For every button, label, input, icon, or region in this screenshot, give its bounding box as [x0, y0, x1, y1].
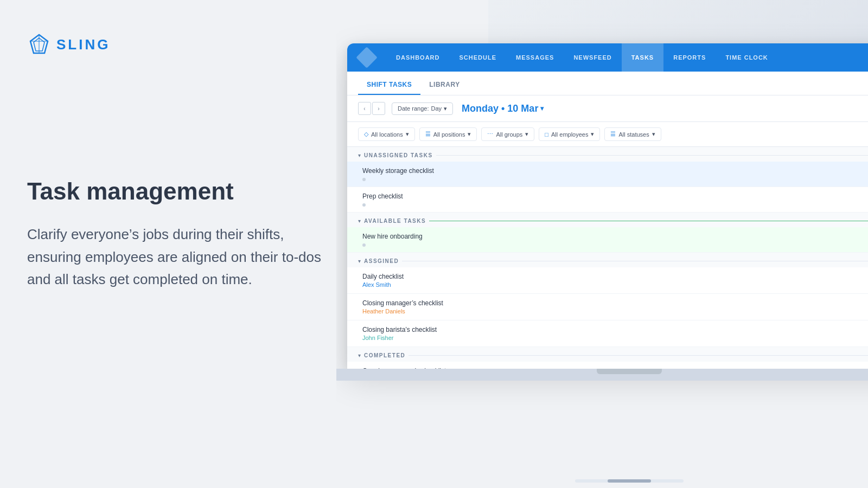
filter-locations-chevron: ▾	[406, 131, 409, 138]
filter-positions-label: All positions	[433, 131, 465, 138]
task-name: Prep checklist	[362, 192, 868, 200]
left-content: Task management Clarify everyone’s jobs …	[27, 56, 342, 455]
filter-bar: ◇ All locations ▾ ☰ All positions ▾ ⋯ Al…	[347, 122, 868, 147]
task-dot	[362, 178, 366, 181]
chevron-down-icon: ▾	[444, 105, 447, 112]
section-available-header: ▾ AVAILABLE TASKS	[347, 213, 868, 227]
filter-locations-label: All locations	[371, 131, 403, 138]
filter-statuses[interactable]: ☰ All statuses ▾	[604, 127, 661, 141]
section-unassigned-header: ▾ UNASSIGNED TASKS	[347, 147, 868, 162]
table-row[interactable]: Closing manager’s checklist Heather Dani…	[347, 294, 868, 320]
task-name: Daily checklist	[362, 273, 868, 280]
statuses-icon: ☰	[610, 131, 616, 138]
task-name: New hire onboarding	[362, 233, 868, 240]
section-completed-header: ▾ COMPLETED	[347, 347, 868, 362]
task-dot	[362, 203, 366, 207]
date-range-value: Day	[431, 105, 442, 112]
filter-positions[interactable]: ☰ All positions ▾	[419, 127, 477, 141]
nav-timeclock[interactable]: TIME CLOCK	[716, 43, 777, 72]
section-available-line	[429, 221, 868, 221]
table-row[interactable]: Opening manager’s checklist Calvin Brown	[347, 362, 868, 369]
table-row[interactable]: New hire onboarding	[347, 227, 868, 253]
nav-logo	[356, 47, 378, 68]
nav-messages[interactable]: MESSAGES	[506, 43, 564, 72]
next-date-button[interactable]: ›	[372, 102, 385, 115]
laptop-wrapper: DASHBOARD SCHEDULE MESSAGES NEWSFEED TAS…	[347, 43, 868, 488]
filter-positions-chevron: ▾	[468, 131, 471, 138]
section-completed-line	[409, 355, 868, 356]
sling-logo-icon	[27, 33, 51, 56]
tab-shift-tasks[interactable]: SHIFT TASKS	[358, 81, 420, 95]
task-dot	[362, 243, 366, 247]
tab-library[interactable]: LIBRARY	[420, 81, 468, 95]
filter-employees-chevron: ▾	[591, 131, 594, 138]
task-name: Weekly storage checklist	[362, 167, 868, 175]
app-tabs: SHIFT TASKS LIBRARY	[347, 72, 868, 95]
nav-arrows: ‹ ›	[358, 102, 385, 115]
employees-icon: □	[545, 131, 548, 138]
laptop-screen: DASHBOARD SCHEDULE MESSAGES NEWSFEED TAS…	[347, 43, 868, 369]
task-assignee: Alex Smith	[362, 281, 868, 288]
task-assignee: John Fisher	[362, 335, 868, 341]
right-panel: DASHBOARD SCHEDULE MESSAGES NEWSFEED TAS…	[336, 0, 868, 488]
nav-logo-diamond	[356, 47, 378, 68]
section-assigned-line	[402, 261, 868, 261]
task-assignee: Heather Daniels	[362, 308, 868, 314]
current-date: Monday • 10 Mar ▾	[462, 103, 544, 114]
nav-items: DASHBOARD SCHEDULE MESSAGES NEWSFEED TAS…	[386, 43, 868, 72]
filter-groups-label: All groups	[496, 131, 522, 138]
filter-groups-chevron: ▾	[525, 131, 528, 138]
scrollbar-thumb[interactable]	[608, 479, 651, 483]
section-unassigned-chevron: ▾	[358, 152, 361, 158]
task-name: Closing barista’s checklist	[362, 326, 868, 333]
logo-area: SLING	[27, 33, 342, 56]
section-completed-title: COMPLETED	[364, 352, 405, 358]
filter-groups[interactable]: ⋯ All groups ▾	[481, 127, 534, 141]
date-chevron-icon: ▾	[540, 105, 544, 112]
table-row[interactable]: Daily checklist Alex Smith	[347, 267, 868, 294]
groups-icon: ⋯	[487, 131, 493, 138]
nav-schedule[interactable]: SCHEDULE	[450, 43, 507, 72]
filter-statuses-chevron: ▾	[652, 131, 655, 138]
section-available-chevron: ▾	[358, 218, 361, 224]
section-unassigned-line	[436, 155, 868, 156]
section-assigned-header: ▾ ASSGINED	[347, 253, 868, 267]
nav-tasks[interactable]: TASKS	[622, 43, 663, 72]
table-row[interactable]: Prep checklist	[347, 187, 868, 213]
prev-date-button[interactable]: ‹	[358, 102, 371, 115]
table-row[interactable]: Closing barista’s checklist John Fisher	[347, 320, 868, 347]
task-name: Closing manager’s checklist	[362, 299, 868, 307]
app-toolbar: ‹ › Date range: Day ▾ Monday • 10 Mar ▾	[347, 95, 868, 122]
date-range-selector[interactable]: Date range: Day ▾	[392, 102, 453, 115]
filter-statuses-label: All statuses	[618, 131, 649, 138]
main-heading: Task management	[27, 177, 342, 206]
laptop-base	[336, 369, 868, 381]
scrollbar-track	[575, 479, 684, 483]
main-description: Clarify everyone’s jobs during their shi…	[27, 223, 342, 291]
left-panel: SLING Task management Clarify everyone’s…	[0, 0, 369, 488]
section-assigned-title: ASSGINED	[364, 258, 399, 264]
table-row[interactable]: Weekly storage checklist	[347, 162, 868, 187]
app-nav: DASHBOARD SCHEDULE MESSAGES NEWSFEED TAS…	[347, 43, 868, 72]
section-unassigned-title: UNASSIGNED TASKS	[364, 152, 433, 158]
nav-newsfeed[interactable]: NEWSFEED	[564, 43, 621, 72]
location-icon: ◇	[364, 131, 368, 138]
filter-employees-label: All employees	[551, 131, 588, 138]
nav-dashboard[interactable]: DASHBOARD	[386, 43, 450, 72]
logo-text: SLING	[56, 36, 110, 53]
laptop-notch	[597, 369, 662, 374]
task-list-area: ▾ UNASSIGNED TASKS Weekly storage checkl…	[347, 147, 868, 369]
section-available-title: AVAILABLE TASKS	[364, 218, 426, 224]
positions-icon: ☰	[425, 131, 431, 138]
section-completed-chevron: ▾	[358, 352, 361, 358]
date-range-label: Date range:	[398, 105, 429, 112]
filter-employees[interactable]: □ All employees ▾	[539, 127, 600, 141]
current-date-text: Monday • 10 Mar	[462, 103, 538, 114]
section-assigned-chevron: ▾	[358, 258, 361, 264]
filter-locations[interactable]: ◇ All locations ▾	[358, 127, 415, 141]
nav-reports[interactable]: REPORTS	[663, 43, 716, 72]
